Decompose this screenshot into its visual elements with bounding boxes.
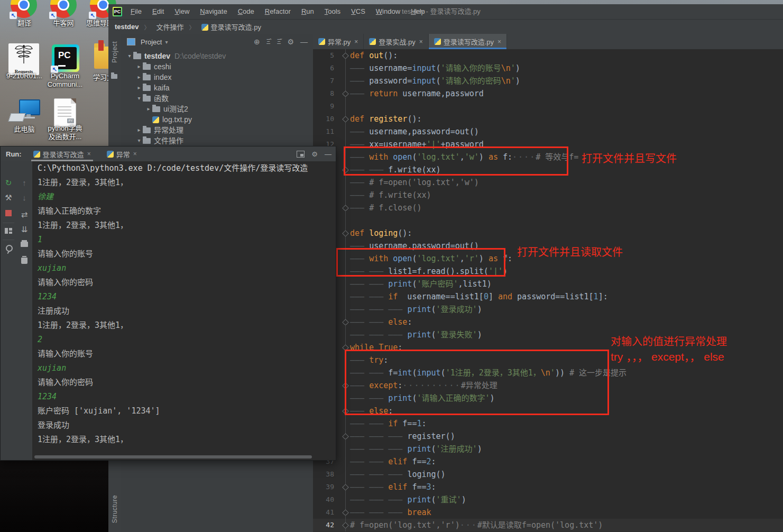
- menu-code[interactable]: Code: [233, 4, 260, 19]
- code-line-26[interactable]: 26——— ——— else:: [313, 316, 783, 328]
- tool-button-project[interactable]: Project: [111, 41, 118, 63]
- down-stack-trace-icon[interactable]: ↓: [16, 193, 32, 202]
- code-line-38[interactable]: 38——— ——— ——— loging(): [313, 468, 783, 481]
- tree-item-index[interactable]: ▸index: [121, 72, 313, 82]
- code-line-35[interactable]: 35——— ——— ——— register(): [313, 430, 783, 443]
- code-line-17[interactable]: 17——— # f.close(): [313, 201, 783, 214]
- tree-item-ui测试2[interactable]: ▸ui测试2: [121, 104, 313, 114]
- close-tab-icon[interactable]: ×: [419, 38, 423, 45]
- fold-collapse-icon[interactable]: [342, 230, 349, 237]
- tree-chevron-icon[interactable]: ▾: [135, 93, 143, 104]
- fold-end-icon[interactable]: [342, 319, 349, 326]
- menu-file[interactable]: File: [125, 4, 147, 19]
- code-editor[interactable]: 5def out():6——— username=input('请输入你的账号\…: [313, 49, 783, 532]
- close-tab-icon[interactable]: ×: [133, 150, 137, 158]
- tree-chevron-icon[interactable]: ▾: [126, 51, 133, 61]
- desktop-icon-pycharm[interactable]: PC↖: [52, 44, 79, 72]
- code-line-11[interactable]: 11——— username,password=out(): [313, 125, 783, 138]
- run-console-output[interactable]: C:\Python3\python3.exe D:/code/testdev/文…: [32, 161, 336, 460]
- tree-item-函数[interactable]: ▾函数: [121, 93, 313, 104]
- soft-wrap-icon[interactable]: ⇄: [16, 210, 32, 219]
- code-line-19[interactable]: 19def loging():: [313, 227, 783, 240]
- menu-tools[interactable]: Tools: [319, 4, 346, 19]
- menu-vcs[interactable]: VCS: [346, 4, 371, 19]
- menu-view[interactable]: View: [169, 4, 195, 19]
- breadcrumb-item[interactable]: 文件操作: [156, 22, 184, 32]
- tree-chevron-icon[interactable]: ▸: [135, 82, 143, 93]
- fold-end-icon[interactable]: [342, 205, 349, 212]
- tree-chevron-icon[interactable]: ▸: [135, 125, 143, 135]
- editor-tab-1[interactable]: 登录实战.py×: [364, 34, 428, 49]
- tree-chevron-icon[interactable]: ▸: [135, 72, 143, 82]
- menu-run[interactable]: Run: [296, 4, 319, 19]
- tree-item-log.txt.py[interactable]: log.txt.py: [121, 114, 313, 125]
- code-line-24[interactable]: 24——— ——— if username==list1[0] and pass…: [313, 290, 783, 303]
- code-line-36[interactable]: 36——— ——— ——— print('注册成功'): [313, 443, 783, 455]
- print-console-icon[interactable]: [21, 242, 28, 247]
- desktop-icon-this-pc[interactable]: [10, 99, 38, 126]
- tree-item-testdev[interactable]: ▾testdevD:\code\testdev: [121, 51, 313, 61]
- fold-end-icon[interactable]: [342, 509, 349, 516]
- rerun-icon[interactable]: ↻: [1, 178, 16, 188]
- code-line-37[interactable]: 37——— ——— elif f==2:: [313, 455, 783, 468]
- scroll-to-end-icon[interactable]: ⇊: [16, 225, 32, 234]
- pin-tab-icon[interactable]: [6, 245, 13, 252]
- desktop-icon-翻译[interactable]: ↖: [11, 0, 37, 18]
- project-view-caret-icon[interactable]: ▾: [165, 39, 168, 45]
- locate-file-icon[interactable]: ⊕: [254, 38, 260, 46]
- stop-icon[interactable]: [5, 210, 12, 216]
- code-line-40[interactable]: 40——— ——— ——— print('重试'): [313, 493, 783, 506]
- editor-tab-2[interactable]: 登录读写改造.py×: [429, 34, 507, 49]
- tool-button-structure[interactable]: Structure: [111, 495, 118, 523]
- console-horizontal-scrollbar[interactable]: [34, 455, 312, 458]
- desktop-icon-requests[interactable]: Requests: [8, 43, 39, 75]
- menu-refactor[interactable]: Refactor: [260, 4, 296, 19]
- run-settings-gear-icon[interactable]: ⚙: [311, 150, 318, 158]
- expand-all-icon[interactable]: Ξ̂: [266, 38, 271, 45]
- run-tab-0[interactable]: 登录读写改造×: [29, 146, 95, 161]
- code-line-25[interactable]: 25——— ——— ——— print('登录成功'): [313, 303, 783, 316]
- code-line-34[interactable]: 34——— ——— if f==1:: [313, 417, 783, 430]
- hide-run-window-icon[interactable]: —: [325, 150, 331, 158]
- code-line-15[interactable]: 15——— # f=open('log.txt','w'): [313, 176, 783, 189]
- fold-collapse-icon[interactable]: [342, 522, 349, 529]
- clear-console-icon[interactable]: [21, 258, 27, 264]
- menu-edit[interactable]: Edit: [147, 4, 169, 19]
- project-view-title[interactable]: Project: [141, 38, 162, 46]
- code-line-7[interactable]: 7——— password=input('请输入你的密码\n'): [313, 75, 783, 87]
- menu-window[interactable]: Window: [371, 4, 406, 19]
- tree-item-kaifa[interactable]: ▸kaifa: [121, 82, 313, 93]
- code-line-5[interactable]: 5def out():: [313, 49, 783, 62]
- tree-item-ceshi[interactable]: ▸ceshi: [121, 61, 313, 72]
- code-line-23[interactable]: 23——— ——— print('账户密码',list1): [313, 278, 783, 290]
- breadcrumb-item[interactable]: testdev: [115, 23, 139, 31]
- fold-collapse-icon[interactable]: [342, 116, 349, 123]
- fold-collapse-icon[interactable]: [342, 484, 349, 491]
- code-line-10[interactable]: 10def register():: [313, 113, 783, 125]
- close-tab-icon[interactable]: ×: [87, 150, 91, 158]
- tree-item-异常处理[interactable]: ▸异常处理: [121, 125, 313, 135]
- fold-end-icon[interactable]: [342, 433, 349, 440]
- desktop-icon-牛客网[interactable]: ↖: [50, 0, 77, 18]
- project-settings-gear-icon[interactable]: ⚙: [287, 38, 294, 46]
- tree-chevron-icon[interactable]: ▸: [135, 61, 143, 72]
- tree-chevron-icon[interactable]: ▾: [135, 135, 143, 146]
- fold-collapse-icon[interactable]: [342, 52, 349, 59]
- restore-layout-icon[interactable]: [5, 228, 12, 234]
- close-tab-icon[interactable]: ×: [354, 38, 358, 45]
- code-line-6[interactable]: 6——— username=input('请输入你的账号\n'): [313, 62, 783, 75]
- code-line-39[interactable]: 39——— ——— elif f==3:: [313, 481, 783, 493]
- hide-panel-icon[interactable]: —: [300, 38, 308, 46]
- fold-end-icon[interactable]: [342, 90, 349, 97]
- tree-item-文件操作[interactable]: ▾文件操作: [121, 135, 313, 146]
- tree-chevron-icon[interactable]: ▸: [145, 104, 152, 114]
- code-line-42[interactable]: 42# f=open('log.txt','r')···#默认是读取f=open…: [313, 519, 783, 531]
- run-tab-1[interactable]: 异常×: [103, 146, 141, 161]
- up-stack-trace-icon[interactable]: ↑: [16, 178, 32, 187]
- code-line-18[interactable]: 18: [313, 214, 783, 227]
- breadcrumb-item[interactable]: 登录读写改造.py: [201, 22, 261, 32]
- code-line-8[interactable]: 8——— return username,password: [313, 87, 783, 100]
- close-tab-icon[interactable]: ×: [498, 38, 501, 45]
- code-line-16[interactable]: 16——— # f.write(xx): [313, 189, 783, 201]
- menu-navigate[interactable]: Navigate: [195, 4, 232, 19]
